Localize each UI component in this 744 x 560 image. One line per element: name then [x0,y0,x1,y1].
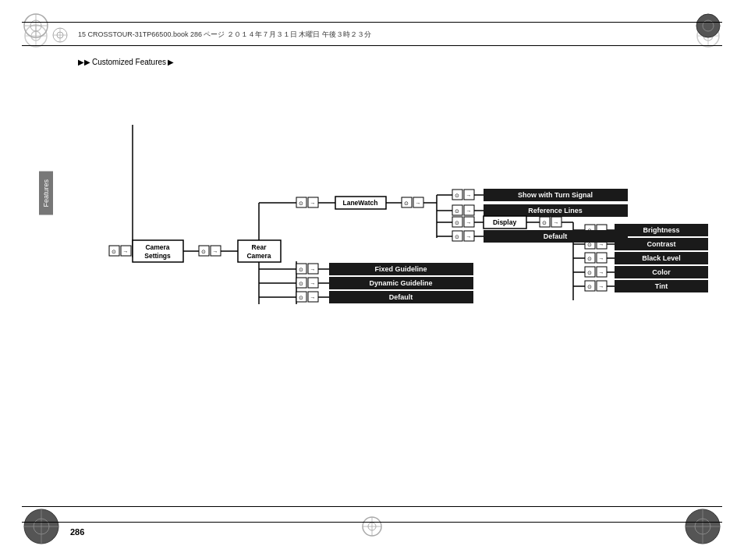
svg-text:⊙: ⊙ [542,220,547,225]
svg-text:⊙: ⊙ [455,234,459,239]
svg-text:→: → [310,200,316,206]
svg-text:Brightness: Brightness [643,226,679,234]
svg-text:→: → [599,284,604,289]
diagram-svg: ⊙ → Camera Settings ⊙ → Rear Camera ⊙ → … [55,101,725,367]
svg-text:→: → [123,249,129,254]
svg-text:Default: Default [544,232,568,240]
page-number: 286 [70,527,84,537]
svg-text:LaneWatch: LaneWatch [342,199,377,207]
svg-text:Fixed Guideline: Fixed Guideline [374,265,427,273]
svg-text:⊙: ⊙ [455,193,459,198]
svg-text:Settings: Settings [144,252,171,260]
svg-text:Camera: Camera [145,243,169,251]
svg-text:⊙: ⊙ [299,267,303,272]
svg-text:→: → [466,193,472,198]
svg-text:→: → [554,220,559,225]
svg-text:→: → [466,220,472,225]
svg-text:→: → [213,249,218,254]
svg-text:⊙: ⊙ [404,200,409,206]
svg-point-24 [696,14,720,37]
svg-text:⊙: ⊙ [455,220,459,225]
svg-text:Dynamic Guideline: Dynamic Guideline [369,279,432,287]
svg-text:⊙: ⊙ [587,256,592,261]
svg-text:→: → [599,270,604,275]
svg-text:⊙: ⊙ [455,208,459,214]
large-circle-top-right [694,12,722,40]
svg-text:Tint: Tint [655,282,668,290]
breadcrumb: ▶▶ Customized Features ▶ [78,58,174,66]
svg-text:Contrast: Contrast [647,240,675,248]
svg-text:⊙: ⊙ [587,270,592,275]
header-rule-top [22,45,722,46]
large-circle-top-left [22,12,50,40]
breadcrumb-suffix: ▶ [168,58,174,66]
svg-text:Show with Turn Signal: Show with Turn Signal [518,191,593,199]
svg-text:⊙: ⊙ [587,242,592,247]
svg-text:Reference Lines: Reference Lines [528,207,583,214]
svg-text:Rear: Rear [252,243,267,251]
breadcrumb-prefix: ▶▶ [78,58,90,66]
svg-text:→: → [310,295,316,300]
svg-text:⊙: ⊙ [299,200,303,206]
breadcrumb-label: Customized Features [92,58,166,66]
bottom-rule2 [22,506,722,507]
crosshair-header-left [51,27,69,44]
svg-text:→: → [310,281,316,286]
svg-text:→: → [466,234,472,239]
header-rule-top2 [22,22,722,23]
svg-text:⊙: ⊙ [112,249,116,254]
svg-text:Color: Color [652,268,671,276]
svg-text:⊙: ⊙ [201,249,206,254]
svg-text:Display: Display [493,218,517,226]
svg-text:→: → [310,267,316,272]
crosshair-bottom-center [360,515,384,538]
svg-text:⊙: ⊙ [299,281,303,286]
svg-text:→: → [599,256,604,261]
large-circle-bottom-left [22,507,61,546]
svg-text:→: → [599,242,604,247]
svg-text:Black Level: Black Level [642,254,681,262]
header-file-info: 15 CROSSTOUR-31TP66500.book 286 ページ ２０１４… [78,30,371,40]
features-sidebar-label: Features [39,172,53,215]
svg-text:⊙: ⊙ [299,295,303,300]
bottom-rule [22,522,722,523]
large-circle-bottom-right [683,507,722,546]
svg-text:Default: Default [389,293,413,301]
svg-text:→: → [416,200,421,206]
svg-text:→: → [466,208,472,214]
svg-text:⊙: ⊙ [587,284,592,289]
svg-text:Camera: Camera [246,252,271,260]
